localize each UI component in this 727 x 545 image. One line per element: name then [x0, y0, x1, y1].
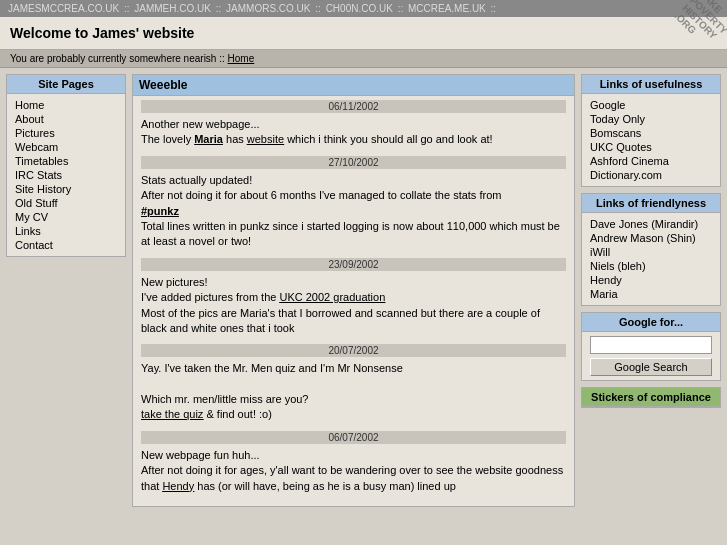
nav-irc-stats[interactable]: IRC Stats: [15, 168, 117, 182]
main-wrapper: MAKEPOVERTYHISTORY.ORG Welcome to James'…: [0, 17, 727, 545]
link-today-only[interactable]: Today Only: [590, 112, 712, 126]
top-navigation: JAMESMCCREA.CO.UK :: JAMMEH.CO.UK :: JAM…: [0, 0, 727, 17]
friendly-links-body: Dave Jones (Mirandir) Andrew Mason (Shin…: [582, 213, 720, 305]
link-dave-jones[interactable]: Dave Jones (Mirandir): [590, 217, 712, 231]
nav-link-jammors[interactable]: JAMMORS.CO.UK: [226, 3, 310, 14]
site-pages-header: Site Pages: [7, 75, 125, 94]
google-search-panel: Google for... Google Search: [581, 312, 721, 381]
weeeble-header: Weeeble: [133, 75, 574, 96]
post-1-link-website[interactable]: website: [247, 133, 284, 145]
useful-links-panel: Links of usefulness Google Today Only Bo…: [581, 74, 721, 187]
nav-about[interactable]: About: [15, 112, 117, 126]
post-3-link-graduation[interactable]: UKC 2002 graduation: [279, 291, 385, 303]
columns-layout: Site Pages Home About Pictures Webcam Ti…: [0, 68, 727, 513]
link-google[interactable]: Google: [590, 98, 712, 112]
post-1: 06/11/2002 Another new webpage... The lo…: [141, 100, 566, 148]
site-title: Welcome to James' website: [10, 25, 717, 41]
link-ukc-quotes[interactable]: UKC Quotes: [590, 140, 712, 154]
friendly-links-panel: Links of friendlyness Dave Jones (Mirand…: [581, 193, 721, 306]
nav-links[interactable]: Links: [15, 224, 117, 238]
nav-my-cv[interactable]: My CV: [15, 210, 117, 224]
post-1-content: Another new webpage... The lovely Maria …: [141, 117, 566, 148]
link-bomscans[interactable]: Bomscans: [590, 126, 712, 140]
nav-webcam[interactable]: Webcam: [15, 140, 117, 154]
google-search-body: Google Search: [582, 332, 720, 380]
post-4-link-quiz[interactable]: take the quiz: [141, 408, 203, 420]
post-2-date: 27/10/2002: [141, 156, 566, 169]
site-pages-panel: Site Pages Home About Pictures Webcam Ti…: [6, 74, 126, 257]
post-4-date: 20/07/2002: [141, 344, 566, 357]
google-search-button[interactable]: Google Search: [590, 358, 712, 376]
post-5-link-hendy[interactable]: Hendy: [162, 480, 194, 492]
weeeble-body: 06/11/2002 Another new webpage... The lo…: [133, 96, 574, 506]
nav-link-jamesmccrea[interactable]: JAMESMCCREA.CO.UK: [8, 3, 119, 14]
link-maria[interactable]: Maria: [590, 287, 712, 301]
useful-links-body: Google Today Only Bomscans UKC Quotes As…: [582, 94, 720, 186]
link-ashford-cinema[interactable]: Ashford Cinema: [590, 154, 712, 168]
left-column: Site Pages Home About Pictures Webcam Ti…: [6, 74, 126, 263]
link-dictionary[interactable]: Dictionary.com: [590, 168, 712, 182]
friendly-links-header: Links of friendlyness: [582, 194, 720, 213]
post-3: 23/09/2002 New pictures! I've added pict…: [141, 258, 566, 337]
nav-timetables[interactable]: Timetables: [15, 154, 117, 168]
breadcrumb-bar: You are probably currently somewhere nea…: [0, 50, 727, 68]
right-column: Links of usefulness Google Today Only Bo…: [581, 74, 721, 414]
nav-home[interactable]: Home: [15, 98, 117, 112]
link-andrew-mason[interactable]: Andrew Mason (Shin): [590, 231, 712, 245]
post-2-link-punkz[interactable]: #punkz: [141, 205, 179, 217]
breadcrumb-home-link[interactable]: Home: [228, 53, 255, 64]
post-2-content: Stats actually updated! After not doing …: [141, 173, 566, 250]
link-iwill[interactable]: iWill: [590, 245, 712, 259]
post-5: 06/07/2002 New webpage fun huh... After …: [141, 431, 566, 494]
post-1-date: 06/11/2002: [141, 100, 566, 113]
weeeble-panel: Weeeble 06/11/2002 Another new webpage..…: [132, 74, 575, 507]
nav-contact[interactable]: Contact: [15, 238, 117, 252]
middle-column: Weeeble 06/11/2002 Another new webpage..…: [132, 74, 575, 507]
stickers-header: Stickers of compliance: [582, 388, 720, 407]
post-5-content: New webpage fun huh... After not doing i…: [141, 448, 566, 494]
google-search-input[interactable]: [590, 336, 712, 354]
link-hendy[interactable]: Hendy: [590, 273, 712, 287]
stickers-panel: Stickers of compliance: [581, 387, 721, 408]
nav-link-jammeh[interactable]: JAMMEH.CO.UK: [134, 3, 211, 14]
post-5-date: 06/07/2002: [141, 431, 566, 444]
nav-pictures[interactable]: Pictures: [15, 126, 117, 140]
google-search-header: Google for...: [582, 313, 720, 332]
nav-site-history[interactable]: Site History: [15, 182, 117, 196]
site-header: Welcome to James' website: [0, 17, 727, 50]
post-4: 20/07/2002 Yay. I've taken the Mr. Men q…: [141, 344, 566, 423]
nav-old-stuff[interactable]: Old Stuff: [15, 196, 117, 210]
breadcrumb-text: You are probably currently somewhere nea…: [10, 53, 225, 64]
useful-links-header: Links of usefulness: [582, 75, 720, 94]
site-pages-body: Home About Pictures Webcam Timetables IR…: [7, 94, 125, 256]
post-3-date: 23/09/2002: [141, 258, 566, 271]
link-niels[interactable]: Niels (bleh): [590, 259, 712, 273]
post-1-link-maria[interactable]: Maria: [194, 133, 223, 145]
nav-link-mccrea[interactable]: MCCREA.ME.UK: [408, 3, 486, 14]
post-2: 27/10/2002 Stats actually updated! After…: [141, 156, 566, 250]
nav-link-ch00n[interactable]: CH00N.CO.UK: [326, 3, 393, 14]
post-4-content: Yay. I've taken the Mr. Men quiz and I'm…: [141, 361, 566, 423]
post-3-content: New pictures! I've added pictures from t…: [141, 275, 566, 337]
